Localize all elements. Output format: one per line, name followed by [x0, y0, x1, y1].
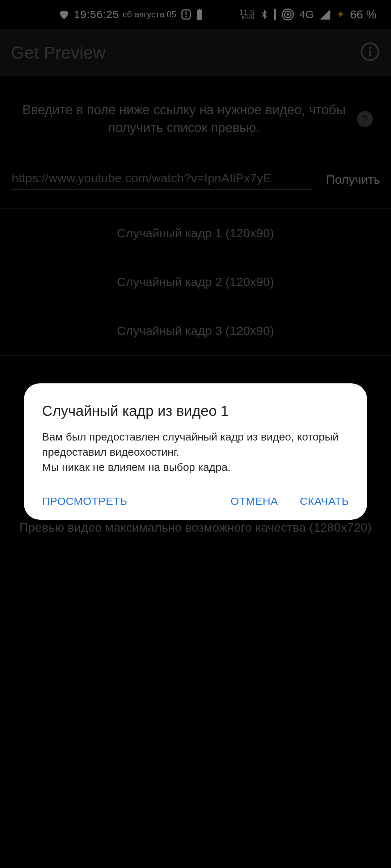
dialog-cancel-button[interactable]: ОТМЕНА — [231, 495, 278, 507]
dialog-title: Случайный кадр из видео 1 — [42, 403, 349, 419]
dialog-download-button[interactable]: СКАЧАТЬ — [300, 495, 349, 507]
dialog-body: Вам был предоставлен случайный кадр из в… — [42, 429, 349, 475]
dialog-view-button[interactable]: ПРОСМОТРЕТЬ — [42, 495, 127, 507]
dialog-actions: ПРОСМОТРЕТЬ ОТМЕНА СКАЧАТЬ — [42, 495, 349, 507]
dialog-random-frame: Случайный кадр из видео 1 Вам был предос… — [24, 383, 367, 520]
